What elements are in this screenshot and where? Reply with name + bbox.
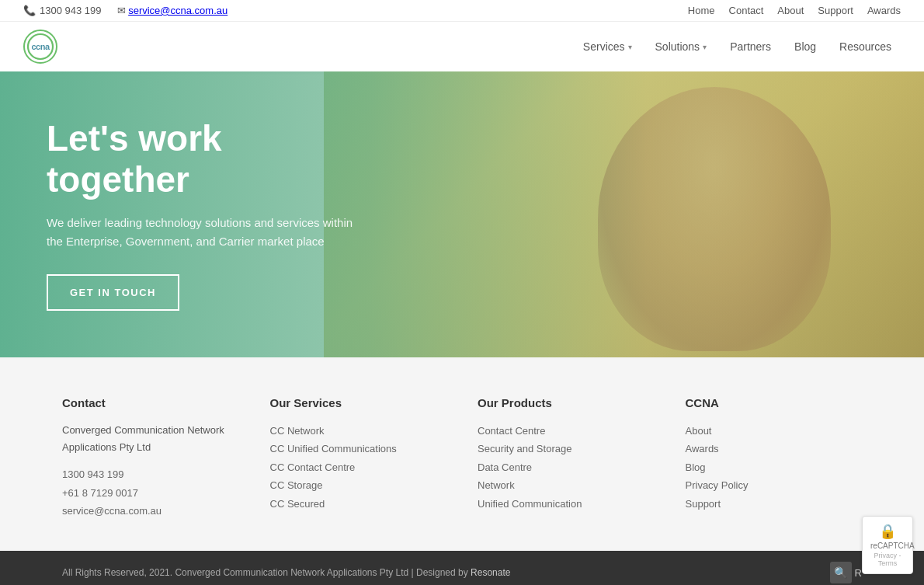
resonate-logo: 🔍 R: [830, 562, 862, 583]
svg-text:ccna: ccna: [31, 42, 50, 51]
footer-services-col: Our Services CC Network CC Unified Commu…: [270, 396, 447, 520]
recaptcha-subtext: Privacy - Terms: [870, 552, 905, 567]
footer-ccna-4[interactable]: Support: [686, 495, 863, 513]
email-contact: ✉ service@ccna.com.au: [117, 5, 228, 16]
footer-services-heading: Our Services: [270, 396, 447, 409]
topbar-support[interactable]: Support: [818, 5, 853, 16]
footer-products-col: Our Products Contact Centre Security and…: [478, 396, 655, 520]
footer-service-3[interactable]: CC Storage: [270, 476, 447, 494]
phone-icon: 📞: [23, 5, 36, 16]
footer-product-2[interactable]: Data Centre: [478, 458, 655, 476]
footer-copyright: All Rights Reserved, 2021. Converged Com…: [62, 567, 510, 578]
footer-product-0[interactable]: Contact Centre: [478, 422, 655, 440]
chevron-down-icon: ▾: [703, 43, 707, 51]
nav-partners[interactable]: Partners: [721, 34, 780, 59]
hero-title: Let's work together: [47, 118, 357, 200]
footer-product-4[interactable]: Unified Communication: [478, 495, 655, 513]
get-in-touch-button[interactable]: GET IN TOUCH: [47, 274, 179, 311]
nav-links: Services ▾ Solutions ▾ Partners Blog Res…: [574, 34, 901, 59]
footer-bottom-bar: All Rights Reserved, 2021. Converged Com…: [0, 551, 924, 585]
footer-service-1[interactable]: CC Unified Communications: [270, 440, 447, 458]
topbar-home[interactable]: Home: [688, 5, 715, 16]
footer-contact-col: Contact Converged Communication Network …: [62, 396, 239, 520]
footer-product-3[interactable]: Network: [478, 476, 655, 494]
footer-ccna-2[interactable]: Blog: [686, 458, 863, 476]
hero-section: Let's work together We deliver leading t…: [0, 71, 924, 357]
footer-company-name: Converged Communication Network Applicat…: [62, 422, 239, 456]
logo[interactable]: ccna: [23, 30, 57, 64]
nav-services[interactable]: Services ▾: [574, 34, 641, 59]
footer-service-0[interactable]: CC Network: [270, 422, 447, 440]
footer-phone2[interactable]: +61 8 7129 0017: [62, 484, 239, 502]
recaptcha-icon: 🔒: [870, 523, 905, 540]
nav-resources[interactable]: Resources: [830, 34, 901, 59]
top-bar-right: Home Contact About Support Awards: [688, 5, 901, 16]
topbar-awards[interactable]: Awards: [867, 5, 901, 16]
main-nav: ccna Services ▾ Solutions ▾ Partners Blo…: [0, 22, 924, 71]
footer-ccna-1[interactable]: Awards: [686, 440, 863, 458]
resonate-brand: R: [855, 567, 862, 579]
phone-number: 1300 943 199: [40, 5, 102, 16]
resonate-icon: 🔍: [830, 562, 852, 583]
top-bar-left: 📞 1300 943 199 ✉ service@ccna.com.au: [23, 5, 228, 16]
footer-product-1[interactable]: Security and Storage: [478, 440, 655, 458]
resonate-link[interactable]: Resonate: [471, 567, 510, 578]
topbar-contact[interactable]: Contact: [729, 5, 764, 16]
footer-ccna-0[interactable]: About: [686, 422, 863, 440]
email-link[interactable]: service@ccna.com.au: [128, 5, 228, 16]
footer-bottom-right: 🔍 R: [830, 562, 862, 583]
chevron-down-icon: ▾: [628, 43, 632, 51]
footer-ccna-heading: CCNA: [686, 396, 863, 409]
footer-service-4[interactable]: CC Secured: [270, 495, 447, 513]
topbar-about[interactable]: About: [777, 5, 804, 16]
top-bar: 📞 1300 943 199 ✉ service@ccna.com.au Hom…: [0, 0, 924, 22]
email-icon: ✉: [117, 5, 126, 16]
nav-blog[interactable]: Blog: [785, 34, 825, 59]
phone-contact: 📞 1300 943 199: [23, 5, 102, 16]
recaptcha-badge: 🔒 reCAPTCHA Privacy - Terms: [862, 516, 913, 574]
logo-circle: ccna: [23, 30, 57, 64]
footer-email[interactable]: service@ccna.com.au: [62, 502, 239, 520]
footer-main: Contact Converged Communication Network …: [0, 357, 924, 551]
nav-solutions[interactable]: Solutions ▾: [646, 34, 717, 59]
footer-ccna-3[interactable]: Privacy Policy: [686, 476, 863, 494]
footer-ccna-col: CCNA About Awards Blog Privacy Policy Su…: [686, 396, 863, 520]
footer-phone1[interactable]: 1300 943 199: [62, 465, 239, 483]
footer-service-2[interactable]: CC Contact Centre: [270, 458, 447, 476]
hero-content: Let's work together We deliver leading t…: [0, 118, 404, 312]
footer-contact-heading: Contact: [62, 396, 239, 409]
footer-products-heading: Our Products: [478, 396, 655, 409]
recaptcha-label: reCAPTCHA: [870, 541, 905, 550]
hero-subtitle: We deliver leading technology solutions …: [47, 214, 357, 251]
